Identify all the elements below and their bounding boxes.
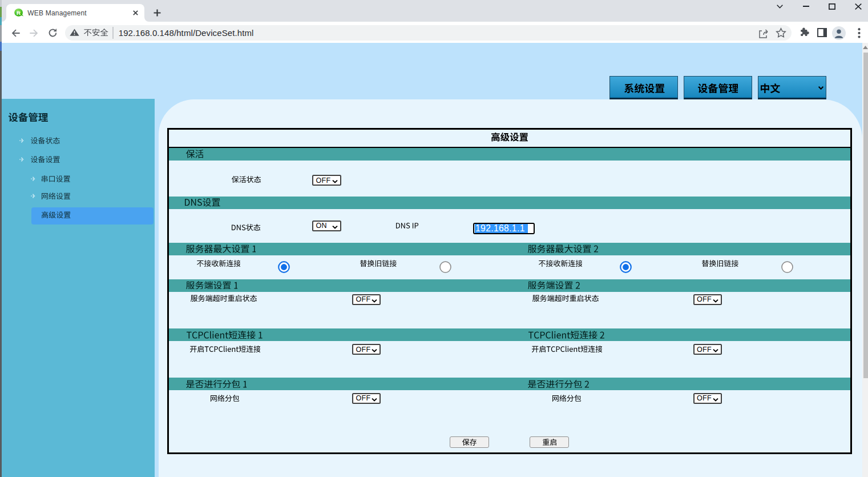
svg-text:R: R xyxy=(17,9,21,15)
